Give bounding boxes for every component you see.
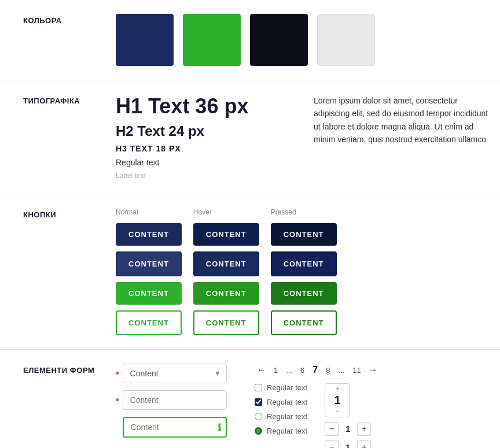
prev-page-button[interactable]: ←: [255, 364, 269, 376]
btn-dark-outline-pressed[interactable]: CONTENT: [271, 251, 337, 276]
stepper-1-box: + 1 −: [325, 383, 350, 417]
forms-label: ЕЛЕМЕНТИ ФОРМ: [0, 364, 116, 448]
forms-content: • Content ▼ • •: [116, 364, 500, 448]
colors-section: КОЛЬОРА: [0, 0, 500, 80]
stepper-3-plus[interactable]: +: [357, 440, 371, 448]
radio-row-1: Regular text: [255, 412, 307, 421]
error-input-wrapper: ℹ: [123, 417, 227, 438]
page-7-active[interactable]: 7: [310, 364, 321, 376]
radio-2-label: Regular text: [267, 427, 307, 435]
form-text-input[interactable]: [123, 390, 227, 410]
form-error-input[interactable]: [123, 417, 227, 438]
btn-dark-solid-hover[interactable]: CONTENT: [193, 223, 259, 246]
page-dots-1: ...: [283, 365, 295, 376]
swatch-green: [183, 14, 241, 66]
btn-green-solid-normal[interactable]: CONTENT: [116, 282, 182, 305]
swatch-black: [250, 14, 308, 66]
regular-sample: Regular text: [116, 158, 291, 167]
checkbox-2-label: Regular text: [267, 398, 307, 406]
radio-2[interactable]: [255, 427, 262, 435]
required-dot-2: •: [116, 395, 119, 405]
checkbox-1[interactable]: [255, 384, 262, 391]
btn-green-solid-hover[interactable]: CONTENT: [193, 282, 259, 305]
btn-group-pressed: Pressed CONTENT CONTENT CONTENT CONTENT: [271, 208, 337, 335]
stepper-1-row: + 1 −: [325, 383, 371, 417]
colors-content: [116, 14, 500, 66]
stepper-2-value: 1: [342, 424, 354, 434]
hover-label: Hover: [193, 208, 259, 216]
buttons-content: Normal CONTENT CONTENT CONTENT CONTENT H…: [116, 208, 500, 335]
btn-dark-solid-pressed[interactable]: CONTENT: [271, 223, 337, 246]
h2-sample: H2 Text 24 px: [116, 123, 291, 139]
stepper-2-plus[interactable]: +: [357, 422, 371, 436]
radio-1-label: Regular text: [267, 412, 307, 421]
btn-green-outline-normal[interactable]: CONTENT: [116, 310, 182, 335]
btn-dark-solid-normal[interactable]: CONTENT: [116, 223, 182, 246]
page-8[interactable]: 8: [323, 365, 333, 376]
input-row: •: [116, 390, 237, 410]
steppers: + 1 − − 1 + −: [325, 383, 371, 448]
stepper-1-minus[interactable]: −: [336, 407, 340, 415]
swatch-dark-blue: [116, 14, 174, 66]
btn-green-outline-pressed[interactable]: CONTENT: [271, 310, 337, 335]
checkbox-row-2: Regular text: [255, 398, 307, 406]
page-1[interactable]: 1: [271, 365, 281, 376]
label-sample: Label text: [116, 172, 291, 180]
pressed-label: Pressed: [271, 208, 337, 216]
buttons-columns: Normal CONTENT CONTENT CONTENT CONTENT H…: [116, 208, 488, 335]
typography-label: ТИПОГРАФІКА: [0, 94, 116, 180]
forms-right: ← 1 ... 6 7 8 ... 11 → Regular text: [255, 364, 380, 448]
stepper-3-value: 1: [342, 443, 354, 448]
btn-group-hover: Hover CONTENT CONTENT CONTENT CONTENT: [193, 208, 259, 335]
page-dots-2: ...: [335, 365, 347, 376]
forms-columns: • Content ▼ • •: [116, 364, 488, 448]
stepper-1-value: 1: [334, 393, 341, 407]
pagination: ← 1 ... 6 7 8 ... 11 →: [255, 364, 380, 376]
typo-columns: H1 Text 36 px H2 Text 24 px H3 TEXT 18 P…: [116, 94, 488, 180]
checkbox-row-1: Regular text: [255, 383, 307, 392]
select-row: • Content ▼: [116, 364, 237, 383]
colors-row: [116, 14, 488, 66]
checkbox-1-label: Regular text: [267, 383, 307, 392]
exclamation-icon: ℹ: [218, 422, 221, 433]
h1-sample: H1 Text 36 px: [116, 94, 291, 119]
colors-label: КОЛЬОРА: [0, 14, 116, 66]
forms-left: • Content ▼ • •: [116, 364, 237, 438]
stepper-2-row: − 1 +: [325, 422, 371, 436]
swatch-light-gray: [317, 14, 375, 66]
stepper-1-plus[interactable]: +: [336, 385, 340, 393]
error-input-row: • ℹ: [116, 417, 237, 438]
form-options: Regular text Regular text Regular text: [255, 383, 307, 448]
stepper-2-minus[interactable]: −: [325, 422, 339, 436]
forms-section: ЕЛЕМЕНТИ ФОРМ • Content ▼ •: [0, 350, 500, 448]
required-dot-1: •: [116, 368, 119, 379]
typo-left: H1 Text 36 px H2 Text 24 px H3 TEXT 18 P…: [116, 94, 291, 180]
buttons-section: КНОПКИ Normal CONTENT CONTENT CONTENT CO…: [0, 194, 500, 350]
h3-sample: H3 TEXT 18 PX: [116, 144, 291, 153]
page-6[interactable]: 6: [297, 365, 307, 376]
typography-content: H1 Text 36 px H2 Text 24 px H3 TEXT 18 P…: [116, 94, 500, 180]
btn-group-normal: Normal CONTENT CONTENT CONTENT CONTENT: [116, 208, 182, 335]
radio-row-2: Regular text: [255, 427, 307, 435]
btn-green-outline-hover[interactable]: CONTENT: [193, 310, 259, 335]
checkboxes-steppers-row: Regular text Regular text Regular text: [255, 383, 380, 448]
normal-label: Normal: [116, 208, 182, 216]
btn-dark-outline-normal[interactable]: CONTENT: [116, 251, 182, 276]
btn-dark-outline-hover[interactable]: CONTENT: [193, 251, 259, 276]
typography-section: ТИПОГРАФІКА H1 Text 36 px H2 Text 24 px …: [0, 80, 500, 194]
checkbox-2[interactable]: [255, 398, 262, 406]
radio-1[interactable]: [255, 413, 262, 420]
stepper-3-minus[interactable]: −: [325, 440, 339, 448]
next-page-button[interactable]: →: [366, 364, 380, 376]
select-wrapper: Content ▼: [123, 364, 227, 383]
page-11[interactable]: 11: [350, 365, 363, 376]
form-select[interactable]: Content: [123, 364, 227, 383]
stepper-3-row: − 1 +: [325, 440, 371, 448]
buttons-label: КНОПКИ: [0, 208, 116, 335]
typo-right: Lorem ipsum dolor sit amet, consectetur …: [314, 94, 488, 180]
btn-green-solid-pressed[interactable]: CONTENT: [271, 282, 337, 305]
